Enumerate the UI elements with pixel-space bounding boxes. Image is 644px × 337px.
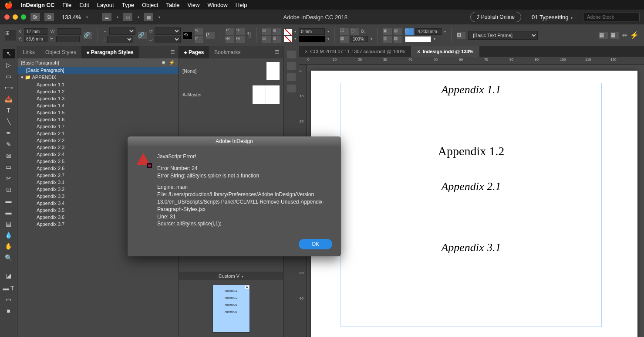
content-collector-tool[interactable]: 📥 <box>3 94 15 104</box>
flip-h-icon[interactable]: ⇋ <box>195 28 203 35</box>
direct-selection-tool[interactable]: ▷ <box>3 60 15 70</box>
align-icon4[interactable]: ⊞ <box>273 36 281 43</box>
document-text[interactable]: Appendix 1.2 <box>341 144 601 158</box>
grid1-icon[interactable]: ▦ <box>599 32 608 39</box>
view-options-icon[interactable]: ☰ <box>102 13 111 21</box>
document-text[interactable]: Appendix 3.1 <box>341 241 601 254</box>
opacity-input[interactable] <box>351 36 368 42</box>
stroke-swatch[interactable] <box>284 36 292 42</box>
flip-v-icon[interactable]: ⇵ <box>195 36 203 43</box>
screen-mode-preview[interactable]: ■ <box>3 306 15 316</box>
wrap1-icon[interactable]: ▣ <box>383 28 392 35</box>
paragraph-style-item[interactable]: ▾ 📁 APPENDIX <box>17 74 179 81</box>
tab-paragraph-styles[interactable]: Paragraph Styles <box>81 46 139 58</box>
horizontal-ruler[interactable]: 0102030405060708090100110120 <box>299 57 644 65</box>
document-text[interactable]: Appendix 2.1 <box>341 180 601 193</box>
close-icon[interactable]: × <box>305 49 307 54</box>
a-master-thumb[interactable] <box>253 85 280 104</box>
workspace-dropdown[interactable]: 01 Typesetting ▾ <box>532 14 573 20</box>
align-icon3[interactable]: ⊟ <box>262 36 271 43</box>
doc-tab-1[interactable]: ×CCLM-2018-07-11-1307 copia.indd @ 100% <box>299 46 411 57</box>
stock-icon[interactable]: St <box>44 13 54 21</box>
panel-menu-icon[interactable]: ☰ <box>167 49 179 55</box>
menu-table[interactable]: Table <box>166 2 179 8</box>
none-master-thumb[interactable] <box>266 62 280 80</box>
y-input[interactable] <box>24 36 47 42</box>
doc-tab-2[interactable]: ×Indesign.indd @ 133% <box>411 46 479 57</box>
type-tool[interactable]: T <box>3 106 15 115</box>
select-next-icon[interactable]: ⏭ <box>236 36 245 43</box>
chevron-down-icon[interactable]: ▾ <box>86 15 88 19</box>
fill-swatch[interactable] <box>284 29 292 35</box>
minimize-window-button[interactable] <box>13 14 18 20</box>
scale-y-input[interactable] <box>107 36 133 43</box>
publish-online-button[interactable]: ⤴ Publish Online <box>470 12 521 22</box>
tab-bookmarks[interactable]: Bookmarks <box>209 46 246 58</box>
ok-button[interactable]: OK <box>299 239 332 249</box>
zoom-level[interactable]: 133,4% <box>62 14 81 20</box>
menu-window[interactable]: Window <box>208 2 228 8</box>
paragraph-style-item[interactable]: [Basic Paragraph] <box>17 67 179 74</box>
fx-icon[interactable]: fx. <box>361 29 366 34</box>
paragraph-style-item[interactable]: Appendix 1.4 <box>17 102 179 109</box>
apple-icon[interactable]: 🍎 <box>4 1 13 9</box>
paragraph-style-item[interactable]: Appendix 2.1 <box>17 130 179 137</box>
corner-icon[interactable]: ▢ <box>351 28 359 35</box>
eyedropper-tool[interactable]: 💧 <box>3 230 15 240</box>
note-tool[interactable]: ▤ <box>3 219 15 228</box>
page-tool[interactable]: ▭ <box>3 71 15 81</box>
menu-view[interactable]: View <box>188 2 200 8</box>
quick-apply-icon[interactable]: ⬌ <box>622 31 627 39</box>
apply-color-icon[interactable]: ▬ T <box>3 283 15 293</box>
tab-object-styles[interactable]: Object Styles <box>40 46 81 58</box>
h-input[interactable] <box>56 36 80 42</box>
document-text[interactable]: Appendix 1.1 <box>341 83 601 96</box>
dock-stroke-icon[interactable] <box>287 73 296 81</box>
zoom-tool[interactable]: 🔍 <box>3 253 15 262</box>
wrap4-icon[interactable]: ▦ <box>394 36 402 43</box>
gradient-feather-tool[interactable]: ▬ <box>3 208 15 217</box>
gradient-tool[interactable]: ▬ <box>3 196 15 206</box>
none-master-label[interactable]: [None] <box>182 68 217 74</box>
select-prev-icon[interactable]: ⏮ <box>226 36 234 43</box>
scissors-tool[interactable]: ✂ <box>3 174 15 183</box>
w-input[interactable] <box>57 28 81 35</box>
app-name[interactable]: InDesign CC <box>21 2 54 8</box>
constrain-scale-icon[interactable]: 🔗 <box>138 32 147 39</box>
constrain-icon[interactable]: 🔗 <box>84 32 92 39</box>
undo-icon[interactable]: ↶ <box>226 28 234 35</box>
gap-tool[interactable]: ⟷ <box>3 83 15 92</box>
corner-size-input[interactable] <box>415 28 442 35</box>
menu-edit[interactable]: Edit <box>79 2 89 8</box>
hand-tool[interactable]: ✋ <box>3 242 15 251</box>
align-icon[interactable]: ⊟ <box>262 28 271 35</box>
stroke-weight-input[interactable] <box>299 28 325 35</box>
fit-icon[interactable]: ⊞ <box>457 32 465 39</box>
close-window-button[interactable] <box>4 14 10 20</box>
align-icon2[interactable]: ⊞ <box>273 28 281 35</box>
a-master-label[interactable]: A-Master <box>182 92 217 97</box>
pen-tool[interactable]: ✒ <box>3 128 15 138</box>
text-frame[interactable]: Appendix 1.1Appendix 1.2Appendix 2.1Appe… <box>341 83 602 327</box>
menu-object[interactable]: Object <box>142 2 158 8</box>
fill-stroke-swatch[interactable]: ◪ <box>3 269 15 282</box>
new-style-icon[interactable]: ⊕ <box>162 60 165 65</box>
screen-mode-icon[interactable]: ▭ <box>123 13 132 21</box>
dock-color-icon[interactable] <box>287 85 296 92</box>
dock-layers-icon[interactable] <box>287 51 296 58</box>
paragraph-style-item[interactable]: Appendix 1.5 <box>17 109 179 116</box>
pages-menu-icon[interactable]: ☰ <box>271 49 283 55</box>
page-1-thumb[interactable]: A Appendix 1.1 Appendix 1.2 Appendix 2.1… <box>212 285 250 333</box>
lightning-icon[interactable]: ⚡ <box>630 31 639 39</box>
selection-tool[interactable]: ↖ <box>3 49 15 58</box>
screen-mode-normal[interactable]: ▭ <box>3 295 15 304</box>
stroke-style[interactable] <box>299 36 325 42</box>
page-size-dropdown[interactable]: Custom V ▾ <box>179 272 283 280</box>
paragraph-style-item[interactable]: Appendix 1.2 <box>17 88 179 95</box>
x-input[interactable] <box>24 28 47 35</box>
maximize-window-button[interactable] <box>21 14 26 20</box>
scale-x-input[interactable] <box>109 27 135 35</box>
wrap2-icon[interactable]: ▤ <box>394 28 402 35</box>
menu-layout[interactable]: Layout <box>97 2 114 8</box>
effects-icon[interactable]: ☐ <box>340 28 349 35</box>
